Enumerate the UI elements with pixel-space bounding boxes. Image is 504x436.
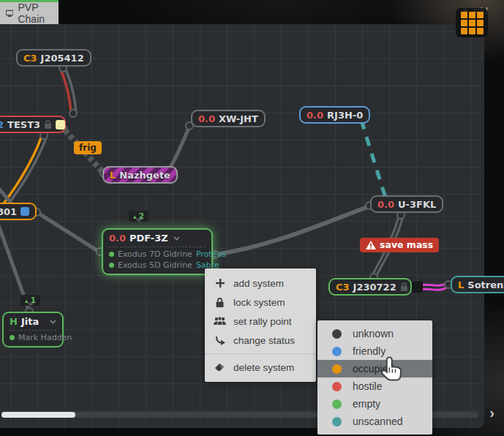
chevron-down-icon[interactable] xyxy=(50,320,56,324)
system-node-nazhgete[interactable]: L Nazhgete xyxy=(102,166,178,184)
divider xyxy=(109,247,206,247)
system-node-801[interactable]: 801 xyxy=(0,203,37,220)
security-class: H xyxy=(10,316,18,327)
security-status: 0.0 xyxy=(306,110,323,121)
pilot-count-badge: ▴ 1 xyxy=(20,295,40,306)
security-status: 0.0 xyxy=(198,113,215,124)
system-name: Jita xyxy=(21,316,39,327)
note-indicator xyxy=(412,282,423,293)
connection-801-pdf3z[interactable] xyxy=(37,212,100,252)
occupant-row: Mark Hadden xyxy=(10,332,56,343)
status-item-hostile[interactable]: hostile xyxy=(317,377,432,395)
connection-nazhgete-xwjht[interactable] xyxy=(168,127,189,172)
lock-icon xyxy=(44,120,52,129)
status-item-occupied[interactable]: occupied xyxy=(317,360,432,377)
save-mass-badge: save mass xyxy=(360,238,439,252)
chevron-down-icon[interactable] xyxy=(173,236,180,241)
status-item-empty[interactable]: empty xyxy=(317,395,432,413)
plus-icon xyxy=(214,279,226,287)
status-item-unknown[interactable]: unknown xyxy=(317,325,432,342)
scroll-right-icon[interactable]: › xyxy=(489,405,494,420)
menu-item-delete-system[interactable]: delete system xyxy=(205,358,316,377)
badge-tail xyxy=(135,219,143,226)
system-name: TEST3 xyxy=(7,119,40,130)
security-class: L xyxy=(110,170,116,181)
menu-item-label: delete system xyxy=(233,362,294,373)
frigate-label: frig xyxy=(79,143,97,153)
top-bar: PVP Chain + add xyxy=(0,0,504,24)
status-label: friendly xyxy=(353,345,385,357)
system-name: XW-JHT xyxy=(219,113,258,124)
pilot-name: Exodus 5D Gidrine xyxy=(118,260,192,270)
system-node-j205412[interactable]: C3 J205412 xyxy=(16,49,91,67)
status-label: unscanned xyxy=(353,416,403,427)
status-dot-icon xyxy=(332,417,342,426)
warning-icon xyxy=(366,241,376,249)
monitor-icon xyxy=(6,9,13,18)
badge-tail xyxy=(27,303,34,310)
system-node-jita[interactable]: H Jita Mark Hadden xyxy=(2,312,64,347)
menu-item-label: set rally point xyxy=(233,316,292,327)
status-dot-icon xyxy=(332,329,342,339)
menu-item-label: change status xyxy=(233,335,295,346)
menu-item-set-rally-point[interactable]: set rally point xyxy=(205,312,316,331)
note-indicator xyxy=(56,120,65,129)
system-name: J205412 xyxy=(41,53,84,64)
menu-item-label: lock system xyxy=(233,297,285,308)
pilot-status-icon xyxy=(109,252,114,257)
status-dot-icon xyxy=(332,399,342,409)
scrollbar-thumb[interactable] xyxy=(1,412,75,418)
security-status: 0.0 xyxy=(377,199,394,210)
menu-item-lock-system[interactable]: lock system xyxy=(205,293,316,312)
connection-rj3h0-u3fkl[interactable] xyxy=(361,120,385,198)
app-viewport: PVP Chain + add xyxy=(0,0,504,436)
system-node-u3fkl[interactable]: 0.0 U-3FKL xyxy=(370,195,443,213)
system-name: U-3FKL xyxy=(398,199,436,210)
system-name: RJ3H-0 xyxy=(327,110,363,121)
menu-item-change-status[interactable]: change status xyxy=(205,331,316,350)
context-menu: add system lock system set rally point xyxy=(205,268,316,382)
marker-indicator xyxy=(20,207,29,216)
lock-icon xyxy=(214,298,226,307)
pilot-status-icon xyxy=(109,263,114,268)
divider xyxy=(10,330,56,331)
menu-item-label: add system xyxy=(233,278,284,289)
connection-pdf3z-u3fkl[interactable] xyxy=(215,206,369,255)
pilot-status-icon xyxy=(10,335,15,340)
arrow-turn-icon xyxy=(214,336,226,345)
menu-item-add-system[interactable]: add system xyxy=(205,274,316,293)
save-mass-label: save mass xyxy=(380,239,433,250)
status-submenu: unknown friendly occupied hostile empty … xyxy=(317,320,432,435)
tab-label: PVP Chain xyxy=(18,1,53,25)
security-status: 0.0 xyxy=(109,233,126,244)
grid-icon xyxy=(461,12,467,18)
occupant-row: Exodus 5D Gidrine Sabre xyxy=(109,260,206,271)
system-class: C3 xyxy=(23,53,37,64)
system-name: 801 xyxy=(0,206,17,217)
status-dot-icon xyxy=(332,382,342,391)
system-node-xwjht[interactable]: 0.0 XW-JHT xyxy=(191,110,266,127)
system-node-test3[interactable]: 2 TEST3 xyxy=(0,116,66,133)
status-dot-icon xyxy=(332,364,342,374)
ship-type: Proteus xyxy=(196,249,226,259)
grid-layout-button[interactable] xyxy=(456,8,488,37)
pilot-count-badge: ▴ 2 xyxy=(129,211,148,222)
system-node-pdf3z[interactable]: 0.0 PDF-3Z Exodus 7D Gidrine Proteus Exo… xyxy=(102,228,213,275)
status-dot-icon xyxy=(332,347,342,356)
pilot-name: Exodus 7D Gidrine xyxy=(118,249,192,259)
system-node-rj3h0[interactable]: 0.0 RJ3H-0 xyxy=(299,106,370,124)
system-node-j230722[interactable]: C3 J230722 xyxy=(328,278,412,296)
lock-icon xyxy=(400,282,408,291)
occupant-row: Exodus 7D Gidrine Proteus xyxy=(109,249,206,260)
status-label: empty xyxy=(353,398,380,410)
menu-divider xyxy=(205,353,316,354)
status-label: unknown xyxy=(353,328,394,339)
system-class: 2 xyxy=(0,119,4,130)
status-item-unscanned[interactable]: unscanned xyxy=(317,413,432,430)
system-name: Nazhgete xyxy=(119,170,170,181)
status-label: hostile xyxy=(353,380,382,392)
system-class: C3 xyxy=(336,282,350,293)
tab-pvp-chain[interactable]: PVP Chain xyxy=(0,0,59,24)
status-item-friendly[interactable]: friendly xyxy=(317,342,432,360)
system-node-sotrenz[interactable]: L Sotrenz xyxy=(451,276,504,293)
